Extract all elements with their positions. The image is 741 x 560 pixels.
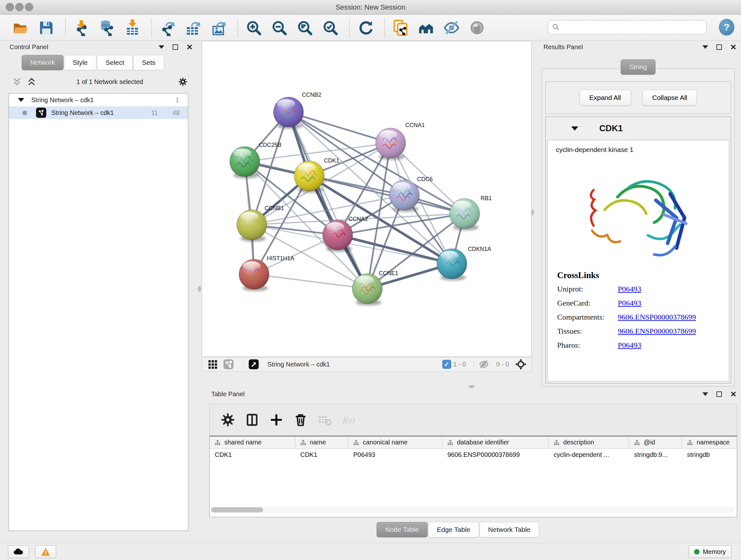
table-cell[interactable]: P06493 (348, 449, 442, 461)
cloud-status-button[interactable] (8, 545, 29, 558)
protein-disclosure-icon[interactable] (571, 126, 578, 131)
node-CDKN1A[interactable] (437, 249, 467, 281)
collapse-all-button[interactable]: Collapse All (643, 90, 697, 106)
column-header-shared-name[interactable]: shared name (210, 436, 295, 448)
table-cell[interactable]: CDK1 (210, 449, 295, 461)
tab-edge-table[interactable]: Edge Table (428, 522, 479, 537)
crosslink-link[interactable]: P06493 (618, 285, 641, 294)
node-CCNA1[interactable] (376, 128, 406, 160)
node-CCNB1[interactable] (237, 210, 267, 242)
table-cell[interactable]: stringdb:9... (629, 449, 682, 461)
zoom-fit-button[interactable] (295, 18, 314, 38)
table-cell[interactable]: cyclin-dependent ... (549, 449, 629, 461)
settings-gear-button[interactable] (219, 411, 237, 429)
help-button[interactable]: ? (719, 19, 734, 36)
columns-button[interactable] (243, 411, 261, 429)
crosslink-link[interactable]: P06493 (618, 341, 641, 350)
collapse-all-networks-icon[interactable] (27, 77, 37, 86)
import-database-button[interactable] (98, 18, 116, 38)
protein-section-header[interactable]: CDK1 (546, 117, 731, 140)
crosslink-link[interactable]: 9606.ENSP00000378699 (618, 327, 696, 335)
table-cell[interactable]: CDK1 (295, 449, 348, 461)
panel-menu-icon[interactable] (702, 45, 708, 49)
column-header-canonical-name[interactable]: canonical name (348, 436, 442, 448)
zoom-selected-button[interactable] (321, 18, 340, 38)
network-canvas[interactable]: CCNB2CCNA1CDC25BCDK1CDC6RB1CCNB1CCNA2CDK… (202, 41, 532, 357)
tab-network-table[interactable]: Network Table (480, 522, 539, 537)
warnings-button[interactable] (35, 545, 56, 558)
table-row[interactable]: CDK1CDK1P064939606.ENSP00000378699cyclin… (210, 449, 737, 461)
grid-view-icon[interactable] (207, 359, 218, 370)
tab-string[interactable]: String (621, 59, 656, 75)
expand-all-networks-icon[interactable] (12, 77, 22, 86)
close-panel-icon[interactable]: ✕ (730, 44, 737, 50)
column-header-namespace[interactable]: namespace (682, 436, 737, 448)
float-panel-icon[interactable] (717, 391, 722, 397)
panel-menu-icon[interactable] (702, 392, 708, 396)
vertical-splitter-handle[interactable] (198, 286, 201, 292)
home-button[interactable] (417, 18, 435, 38)
table-horizontal-scrollbar[interactable] (211, 507, 734, 513)
maximize-window-icon[interactable] (25, 3, 33, 11)
tab-select[interactable]: Select (97, 55, 133, 70)
collection-disclosure-icon[interactable] (18, 98, 24, 102)
network-collection-row[interactable]: String Network – cdk1 1 (9, 94, 188, 106)
export-image-button[interactable] (209, 18, 228, 38)
zoom-out-button[interactable] (270, 18, 288, 38)
float-panel-icon[interactable] (173, 44, 178, 50)
node-CDK1[interactable] (294, 161, 324, 193)
edge-CCNE1-HIST1H1A[interactable] (254, 274, 367, 289)
column-header-name[interactable]: name (295, 436, 348, 448)
edge-CCNB2-CCNE1[interactable] (288, 112, 367, 289)
column-header-description[interactable]: description (549, 436, 629, 448)
scrollbar-thumb[interactable] (211, 507, 263, 512)
export-network-button[interactable] (158, 18, 177, 38)
tab-sets[interactable]: Sets (133, 55, 164, 70)
float-panel-icon[interactable] (717, 44, 722, 50)
network-options-gear-icon[interactable] (178, 77, 188, 86)
delete-button[interactable] (291, 411, 310, 429)
network-row-selected[interactable]: String Network – cdk1 11 48 (9, 106, 188, 119)
open-session-button[interactable] (11, 18, 30, 38)
minimize-window-icon[interactable] (15, 3, 23, 11)
node-table[interactable]: shared namenamecanonical namedatabase id… (209, 436, 737, 517)
clone-network-button[interactable] (391, 18, 410, 38)
fit-selected-crosshair-icon[interactable] (515, 359, 526, 370)
edge-CCNB2-CCNA1[interactable] (288, 112, 391, 143)
table-cell[interactable]: 9606.ENSP00000378699 (442, 449, 549, 461)
panel-menu-icon[interactable] (158, 45, 164, 49)
string-network-icon[interactable] (223, 359, 234, 370)
import-network-button[interactable] (72, 18, 91, 38)
node-CDC6[interactable] (389, 180, 419, 212)
close-window-icon[interactable] (6, 3, 14, 11)
crosslink-link[interactable]: 9606.ENSP00000378699 (618, 313, 696, 321)
refresh-button[interactable] (356, 18, 375, 38)
node-CCNE1[interactable] (352, 273, 382, 306)
search-input[interactable] (548, 20, 706, 34)
node-CDC25B[interactable] (230, 146, 260, 179)
export-table-button[interactable] (184, 18, 202, 38)
node-RB1[interactable] (450, 199, 480, 231)
expand-all-button[interactable]: Expand All (580, 90, 631, 106)
save-session-button[interactable] (37, 18, 56, 38)
add-button[interactable] (267, 411, 286, 429)
edge-CDK1-RB1[interactable] (309, 176, 465, 213)
close-panel-icon[interactable]: ✕ (186, 44, 193, 50)
tab-node-table[interactable]: Node Table (377, 522, 428, 537)
hidden-eye-slash-icon[interactable] (478, 359, 489, 370)
column-header--id[interactable]: @id (629, 436, 682, 448)
tab-style[interactable]: Style (64, 55, 96, 70)
node-HIST1H1A[interactable] (239, 259, 269, 291)
memory-button[interactable]: Memory (689, 545, 731, 558)
tab-network[interactable]: Network (22, 55, 64, 70)
open-in-new-window-icon[interactable] (248, 359, 259, 370)
close-panel-icon[interactable]: ✕ (730, 391, 737, 397)
column-header-database-identifier[interactable]: database identifier (442, 436, 549, 448)
import-table-button[interactable] (123, 18, 142, 38)
table-cell[interactable]: stringdb (682, 449, 737, 461)
eye-slash-button[interactable] (442, 18, 461, 38)
eye-button[interactable] (468, 18, 486, 38)
selected-nodes-checkbox[interactable]: ✓ (442, 360, 451, 369)
crosslink-link[interactable]: P06493 (618, 299, 641, 307)
zoom-in-button[interactable] (245, 18, 263, 38)
